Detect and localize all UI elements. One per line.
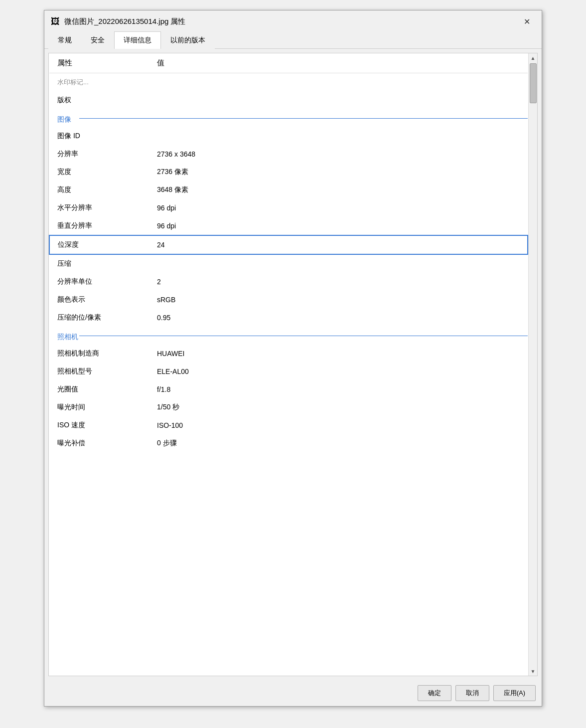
title-bar-controls: ✕ xyxy=(518,14,536,28)
table-row: 垂直分辨率 96 dpi xyxy=(49,217,528,235)
cancel-button[interactable]: 取消 xyxy=(455,685,489,701)
table-row: 版权 xyxy=(49,91,528,109)
table-row: 曝光补偿 0 步骤 xyxy=(49,434,528,452)
property-label: 分辨率 xyxy=(49,145,149,163)
property-value: ISO-100 xyxy=(149,416,528,434)
table-row: 压缩 xyxy=(49,254,528,273)
section-header-camera: 照相机 xyxy=(49,327,528,345)
tab-security[interactable]: 安全 xyxy=(81,31,114,49)
scrollbar[interactable]: ▲ ▼ xyxy=(528,53,537,676)
table-row: 照相机型号 ELE-AL00 xyxy=(49,363,528,380)
table-row: 水印标记... xyxy=(49,73,528,92)
property-value xyxy=(149,73,528,92)
property-label: 水平分辨率 xyxy=(49,199,149,217)
property-value xyxy=(149,127,528,145)
window-icon: 🖼 xyxy=(50,16,60,26)
property-value: 3648 像素 xyxy=(149,181,528,199)
properties-table: 属性 值 水印标记... 版权 xyxy=(49,53,528,452)
table-row: 曝光时间 1/50 秒 xyxy=(49,398,528,416)
apply-button[interactable]: 应用(A) xyxy=(493,685,536,701)
property-label: 高度 xyxy=(49,181,149,199)
tab-details[interactable]: 详细信息 xyxy=(114,31,161,49)
property-value: 24 xyxy=(149,235,528,254)
section-label: 图像 xyxy=(49,109,528,127)
table-row: 分辨率单位 2 xyxy=(49,273,528,291)
tab-previous-versions[interactable]: 以前的版本 xyxy=(161,31,215,49)
table-row: 宽度 2736 像素 xyxy=(49,163,528,181)
property-value: 0.95 xyxy=(149,309,528,327)
property-value: f/1.8 xyxy=(149,380,528,398)
property-label: 照相机制造商 xyxy=(49,345,149,363)
table-row: 分辨率 2736 x 3648 xyxy=(49,145,528,163)
title-bar: 🖼 微信图片_20220626135014.jpg 属性 ✕ xyxy=(44,10,542,31)
window-title: 微信图片_20220626135014.jpg 属性 xyxy=(64,17,186,26)
property-label: 曝光时间 xyxy=(49,398,149,416)
property-label: 版权 xyxy=(49,91,149,109)
property-value: ELE-AL00 xyxy=(149,363,528,380)
property-label: 照相机型号 xyxy=(49,363,149,380)
property-value: 2 xyxy=(149,273,528,291)
content-area: 属性 值 水印标记... 版权 xyxy=(48,53,538,676)
ok-button[interactable]: 确定 xyxy=(418,685,451,701)
table-row: 压缩的位/像素 0.95 xyxy=(49,309,528,327)
property-label: 水印标记... xyxy=(49,73,149,92)
table-row: 水平分辨率 96 dpi xyxy=(49,199,528,217)
property-label: 颜色表示 xyxy=(49,291,149,309)
close-button[interactable]: ✕ xyxy=(518,14,536,28)
table-row: 颜色表示 sRGB xyxy=(49,291,528,309)
property-label: 曝光补偿 xyxy=(49,434,149,452)
property-label: 位深度 xyxy=(49,235,149,254)
property-value: 0 步骤 xyxy=(149,434,528,452)
property-label: ISO 速度 xyxy=(49,416,149,434)
property-value: HUAWEI xyxy=(149,345,528,363)
highlighted-row-bit-depth[interactable]: 位深度 24 xyxy=(49,235,528,254)
scroll-up-arrow[interactable]: ▲ xyxy=(529,53,538,62)
scroll-down-arrow[interactable]: ▼ xyxy=(529,667,538,676)
property-label: 图像 ID xyxy=(49,127,149,145)
property-value: 96 dpi xyxy=(149,217,528,235)
property-value xyxy=(149,91,528,109)
section-header-image: 图像 xyxy=(49,109,528,127)
section-label: 照相机 xyxy=(49,327,528,345)
property-label: 分辨率单位 xyxy=(49,273,149,291)
table-row: 光圈值 f/1.8 xyxy=(49,380,528,398)
property-label: 宽度 xyxy=(49,163,149,181)
properties-window: 🖼 微信图片_20220626135014.jpg 属性 ✕ 常规 安全 详细信… xyxy=(44,10,542,707)
property-label: 光圈值 xyxy=(49,380,149,398)
tabs-bar: 常规 安全 详细信息 以前的版本 xyxy=(44,31,542,49)
table-container: 属性 值 水印标记... 版权 xyxy=(49,53,528,676)
property-value: 1/50 秒 xyxy=(149,398,528,416)
scroll-thumb[interactable] xyxy=(530,63,537,103)
col-value-header: 值 xyxy=(149,53,528,73)
bottom-buttons: 确定 取消 应用(A) xyxy=(44,680,542,706)
table-row: 图像 ID xyxy=(49,127,528,145)
property-value xyxy=(149,254,528,273)
property-value: 2736 像素 xyxy=(149,163,528,181)
tab-general[interactable]: 常规 xyxy=(48,31,81,49)
property-value: sRGB xyxy=(149,291,528,309)
property-value: 2736 x 3648 xyxy=(149,145,528,163)
property-label: 垂直分辨率 xyxy=(49,217,149,235)
col-property-header: 属性 xyxy=(49,53,149,73)
title-bar-left: 🖼 微信图片_20220626135014.jpg 属性 xyxy=(50,16,186,26)
table-row: 照相机制造商 HUAWEI xyxy=(49,345,528,363)
table-row: 高度 3648 像素 xyxy=(49,181,528,199)
property-label: 压缩的位/像素 xyxy=(49,309,149,327)
property-label: 压缩 xyxy=(49,254,149,273)
table-header-row: 属性 值 xyxy=(49,53,528,73)
table-row: ISO 速度 ISO-100 xyxy=(49,416,528,434)
property-value: 96 dpi xyxy=(149,199,528,217)
